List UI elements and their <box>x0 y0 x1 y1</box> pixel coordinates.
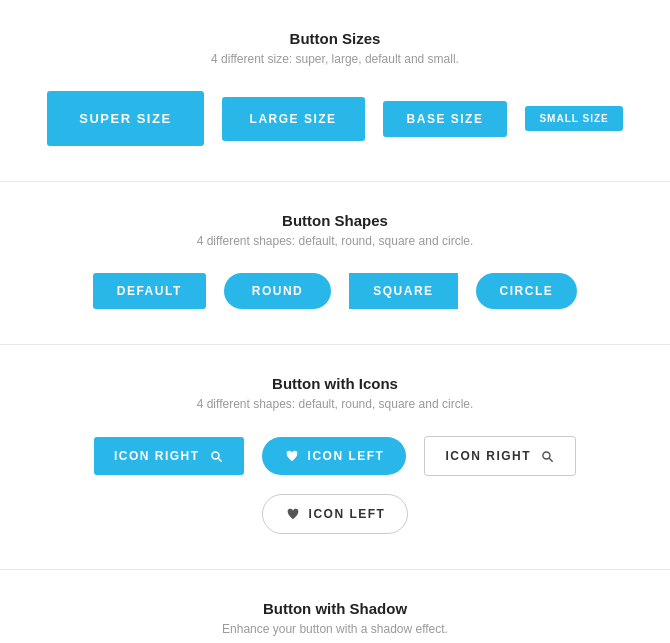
btn-large-size[interactable]: LARGE SIZE <box>222 97 365 141</box>
buttons-row-shapes: DEFAULT ROUND SQUARE CIRCLE <box>20 273 650 309</box>
search-icon <box>208 448 224 464</box>
section-title-shadow: Button with Shadow <box>20 600 650 617</box>
btn-icon-left-filled[interactable]: ICON LEFT <box>262 437 407 475</box>
btn-square-shape[interactable]: SQUARE <box>349 273 457 309</box>
btn-circle-shape[interactable]: CIRCLE <box>476 273 578 309</box>
section-button-icons: Button with Icons 4 different shapes: de… <box>0 345 670 570</box>
buttons-row-icons: ICON RIGHT ICON LEFT ICON RIGHT <box>20 436 650 534</box>
heart-icon-filled <box>284 448 300 464</box>
icon-left-filled-label: ICON LEFT <box>308 449 385 463</box>
btn-base-size[interactable]: BASE SIZE <box>383 101 508 137</box>
section-title-icons: Button with Icons <box>20 375 650 392</box>
btn-icon-right-outline[interactable]: ICON RIGHT <box>424 436 576 476</box>
section-desc-shapes: 4 different shapes: default, round, squa… <box>20 234 650 248</box>
btn-default-shape[interactable]: DEFAULT <box>93 273 206 309</box>
btn-super-size[interactable]: SUPER SIZE <box>47 91 203 146</box>
icon-right-filled-label: ICON RIGHT <box>114 449 200 463</box>
btn-icon-left-outline[interactable]: ICON LEFT <box>262 494 409 534</box>
section-desc-shadow: Enhance your button with a shadow effect… <box>20 622 650 636</box>
heart-icon-outline <box>285 506 301 522</box>
buttons-row-sizes: SUPER SIZE LARGE SIZE BASE SIZE SMALL SI… <box>20 91 650 146</box>
btn-small-size[interactable]: SMALL SIZE <box>525 106 622 131</box>
section-desc-icons: 4 different shapes: default, round, squa… <box>20 397 650 411</box>
section-button-sizes: Button Sizes 4 different size: super, la… <box>0 0 670 182</box>
section-title-shapes: Button Shapes <box>20 212 650 229</box>
btn-icon-right-filled[interactable]: ICON RIGHT <box>94 437 244 475</box>
icon-left-outline-label: ICON LEFT <box>309 507 386 521</box>
section-desc-sizes: 4 different size: super, large, default … <box>20 52 650 66</box>
btn-round-shape[interactable]: ROUND <box>224 273 332 309</box>
section-title-sizes: Button Sizes <box>20 30 650 47</box>
section-button-shapes: Button Shapes 4 different shapes: defaul… <box>0 182 670 345</box>
section-button-shadow: Button with Shadow Enhance your button w… <box>0 570 670 643</box>
icon-right-outline-label: ICON RIGHT <box>445 449 531 463</box>
search-icon-outline <box>539 448 555 464</box>
